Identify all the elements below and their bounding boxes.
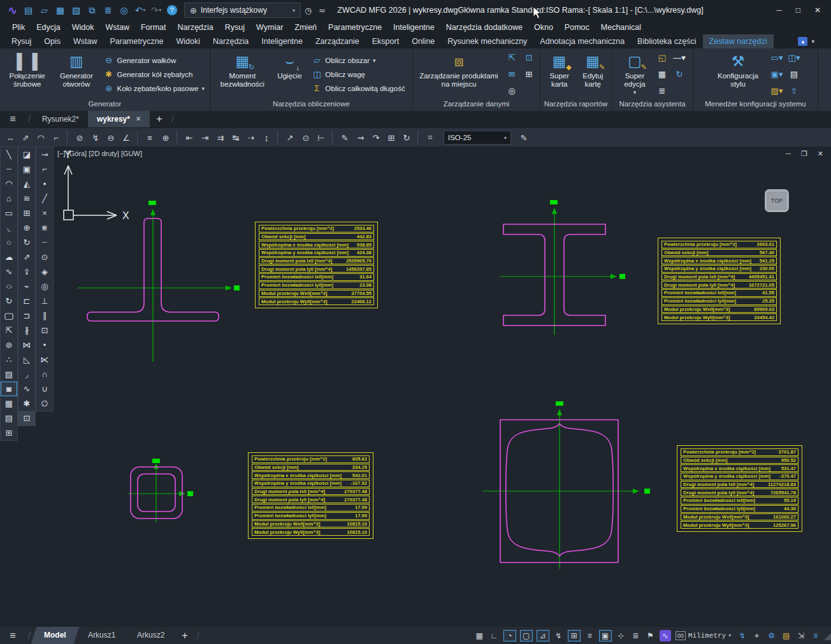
frame-config-icon[interactable]: ◫▾ xyxy=(786,50,802,66)
region-tool[interactable]: ◙ xyxy=(1,382,17,396)
ordinate-dimension-icon[interactable]: ⌐ xyxy=(48,131,64,145)
minimize-button[interactable]: ─ xyxy=(776,6,782,15)
linear-dimension-icon[interactable]: ↔ xyxy=(3,131,18,145)
maximize-button[interactable]: □ xyxy=(796,6,800,15)
rotate-tool[interactable]: ↻ xyxy=(18,235,35,250)
menu-item[interactable]: Edycja xyxy=(31,20,66,34)
slot-tool[interactable]: ▢ xyxy=(0,308,20,323)
polar-tracking-icon[interactable]: ◔ xyxy=(503,630,516,641)
center-mark-icon[interactable]: ⊕ xyxy=(158,131,173,145)
rotate-arc-tool[interactable]: ↻ xyxy=(1,294,17,308)
table-style-icon[interactable]: ▨▾ xyxy=(769,83,785,99)
leader-icon[interactable]: ↗ xyxy=(277,131,298,145)
document-tab[interactable]: Rysunek2*✕ xyxy=(33,111,88,127)
menu-item[interactable]: Rysuj xyxy=(219,20,250,34)
annotation-scale-icon[interactable]: ≣ xyxy=(628,629,643,642)
style-configuration-button[interactable]: ⚒ Konfiguracja stylu xyxy=(709,50,767,99)
snap-insertion-icon[interactable]: ⊡ xyxy=(36,323,53,338)
dim-calc-icon[interactable]: ⌗ xyxy=(417,131,438,145)
hatch-tool[interactable]: ▨ xyxy=(1,367,17,382)
ribbon-tab[interactable]: Biblioteka części xyxy=(631,34,702,48)
refresh-icon[interactable]: ↻ xyxy=(671,66,688,82)
snap-extension-icon[interactable]: ┈ xyxy=(36,235,53,250)
file-search-icon[interactable]: ⊡ xyxy=(521,50,537,66)
resize-grip-icon[interactable]: ◢ xyxy=(824,631,831,641)
snap-on-icon[interactable]: ∪ xyxy=(36,382,53,396)
grip-points[interactable] xyxy=(148,200,650,496)
section-data-table[interactable]: Powierzchnia przekroju [mm^2] 835.62 Obw… xyxy=(248,452,373,539)
menu-item[interactable]: Widok xyxy=(66,20,100,34)
mirror-tool[interactable]: ◭ xyxy=(18,176,35,191)
quick-dimension-icon[interactable]: ⇉ xyxy=(213,131,228,145)
jogged-dimension-icon[interactable]: ↯ xyxy=(88,131,103,145)
menu-item[interactable]: Parametryczne xyxy=(322,20,387,34)
assistant-logo-icon[interactable]: ∿ xyxy=(660,630,671,641)
settings-gear-icon[interactable]: ⚙ xyxy=(764,629,779,642)
snap-off-icon[interactable]: ∅ xyxy=(36,396,53,411)
polygon-tool[interactable]: ⌂ xyxy=(1,191,17,206)
mtext-tool[interactable]: ▤ xyxy=(1,411,17,426)
fillet-arc-tool[interactable]: ◟ xyxy=(1,220,17,235)
grid-table-icon[interactable]: ▦ xyxy=(654,66,670,82)
assistant-print-icon[interactable]: ≣ xyxy=(654,83,670,99)
layout-tab[interactable]: Model xyxy=(31,627,79,644)
snap-endpoint-icon[interactable]: ▪ xyxy=(36,176,53,191)
image-mail-icon[interactable]: ✉ xyxy=(503,66,520,82)
ribbon-tab[interactable]: Zestaw narzędzi xyxy=(703,34,774,48)
menu-item[interactable]: Pomoc xyxy=(559,20,595,34)
new-layout-button[interactable]: + xyxy=(175,630,194,641)
chain-dimension-icon[interactable]: ⇤ xyxy=(177,131,198,145)
adjust-spacing-icon[interactable]: ↨ xyxy=(259,131,274,145)
baseline-dimension-icon[interactable]: ≡ xyxy=(137,131,158,145)
bolt-connection-button[interactable]: ▌▐ Połączenie śrubowe xyxy=(3,50,52,99)
calc-area-button[interactable]: ▱ Oblicz obszar ▾ xyxy=(312,54,405,66)
tolerance-icon[interactable]: ⊞ xyxy=(384,131,399,145)
menu-item[interactable]: Mechanical xyxy=(595,20,647,34)
break-tool[interactable]: ∦ xyxy=(18,323,35,338)
move-tool[interactable]: ⊕ xyxy=(18,220,35,235)
ellipse-tool[interactable]: ○ xyxy=(0,279,20,294)
hardware-accel-icon[interactable]: ▤ xyxy=(779,629,793,642)
balloon-icon[interactable]: ⊙ xyxy=(298,131,314,145)
chamfer-tool[interactable]: ◺ xyxy=(18,352,35,367)
copy-with-base-icon[interactable]: ⧉ xyxy=(85,3,100,18)
spline-tool[interactable]: ∿ xyxy=(1,264,17,279)
snap-midpoint-icon[interactable]: ╱ xyxy=(36,191,53,206)
doc-config-icon[interactable]: ▤ xyxy=(786,66,802,82)
continue-dimension-icon[interactable]: ⇥ xyxy=(198,131,213,145)
gear-generator-button[interactable]: ✱ Generator kół zębatych xyxy=(104,68,205,80)
point-tool[interactable]: ∴ xyxy=(1,352,17,367)
ribbon-tab[interactable]: Rysunek mechaniczny xyxy=(441,34,533,48)
hole-generator-button[interactable]: ▥ Generator otworów xyxy=(53,50,99,99)
stretch-tool[interactable]: ⇪ xyxy=(18,264,35,279)
layout-tab[interactable]: Arkusz2 xyxy=(124,627,178,644)
layout-tab[interactable]: Arkusz1 xyxy=(75,627,128,644)
dynamic-input-icon[interactable]: ↯ xyxy=(551,629,566,642)
construction-line-tool[interactable]: ┄ xyxy=(1,162,17,176)
print-icon[interactable]: ≣ xyxy=(101,3,116,18)
extend-tool[interactable]: ⊐ xyxy=(18,308,35,323)
menu-item[interactable]: Wstaw xyxy=(99,20,135,34)
units-label[interactable]: Milimetry xyxy=(688,632,726,640)
file-export-icon[interactable]: ⇱ xyxy=(503,50,520,66)
scale-tool[interactable]: ⇗ xyxy=(18,250,35,264)
offset-tool[interactable]: ≋ xyxy=(18,191,35,206)
ribbon-tab[interactable]: Adnotacja mechaniczna xyxy=(533,34,631,48)
export-style-icon[interactable]: ⇧ xyxy=(786,83,802,99)
quick-list-icon[interactable]: ≂ xyxy=(319,6,326,15)
new-tab-button[interactable]: + xyxy=(150,113,168,125)
calc-total-length-button[interactable]: Σ Oblicz całkowitą długość xyxy=(312,82,405,94)
ribbon-pin-icon[interactable]: ▲ xyxy=(798,37,807,46)
ribbon-collapse-icon[interactable]: ▾ xyxy=(811,38,814,45)
fullscreen-icon[interactable]: ⇲ xyxy=(793,629,808,642)
annotation-visibility-icon[interactable]: ⚑ xyxy=(643,629,658,642)
workspace-selector[interactable]: ⊛ Interfejs wstążkowy ▾ xyxy=(184,3,301,18)
drawing-canvas[interactable]: [−] [Góra] [2D druty] [GUW] ─ ❐ ✕ TOP xyxy=(54,147,831,627)
object-snap-icon[interactable]: ▢ xyxy=(520,630,533,641)
copy-tool[interactable]: ▣ xyxy=(18,162,35,176)
ribbon-tab[interactable]: Narzędzia xyxy=(206,34,255,48)
open-folder-icon[interactable]: ▱ xyxy=(37,3,52,18)
ribbon-tab[interactable]: Wstaw xyxy=(67,34,104,48)
doc-menu-icon[interactable]: ≡ xyxy=(0,113,25,125)
print-preview-icon[interactable]: ◎ xyxy=(117,3,132,18)
